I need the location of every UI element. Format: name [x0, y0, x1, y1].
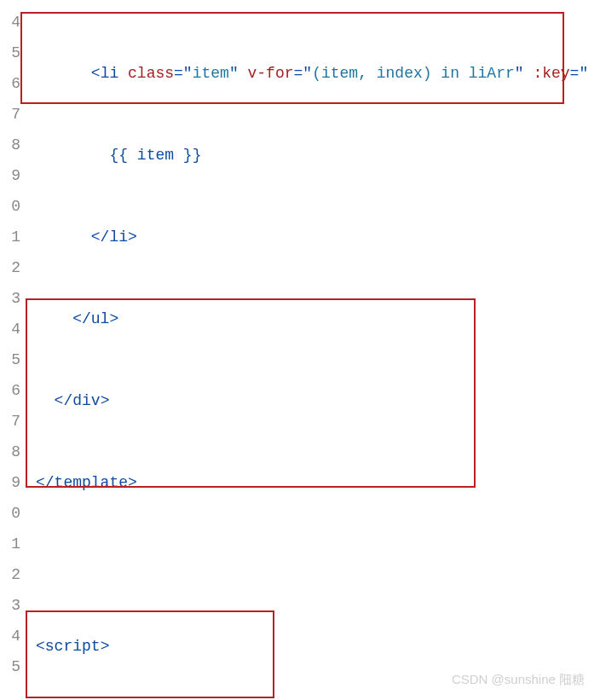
code-line — [36, 549, 600, 580]
line-number: 0 — [0, 498, 20, 529]
code-line: </li> — [36, 222, 600, 252]
line-number: 3 — [0, 283, 20, 314]
line-number: 4 — [0, 7, 20, 38]
code-line: {{ item }} — [36, 140, 600, 171]
line-number: 4 — [0, 621, 20, 651]
line-number: 1 — [0, 529, 20, 559]
line-number: 2 — [0, 252, 20, 283]
line-number: 8 — [0, 437, 20, 467]
line-number: 7 — [0, 99, 20, 130]
line-number: 3 — [0, 590, 20, 621]
line-number: 5 — [0, 38, 20, 68]
line-number: 9 — [0, 467, 20, 498]
code-content[interactable]: <li class="item" v-for="(item, index) in… — [26, 0, 600, 700]
line-number-gutter: 4 5 6 7 8 9 0 1 2 3 4 5 6 7 8 9 0 1 2 3 … — [0, 0, 26, 700]
line-number: 7 — [0, 406, 20, 437]
code-line: </template> — [36, 467, 600, 498]
line-number: 1 — [0, 222, 20, 252]
line-number: 8 — [0, 130, 20, 160]
code-line: </div> — [36, 385, 600, 416]
line-number: 0 — [0, 191, 20, 222]
line-number: 5 — [0, 344, 20, 375]
code-line: <li class="item" v-for="(item, index) in… — [36, 58, 600, 89]
line-number: 6 — [0, 68, 20, 99]
code-line: <script> — [36, 631, 600, 662]
code-editor: 4 5 6 7 8 9 0 1 2 3 4 5 6 7 8 9 0 1 2 3 … — [0, 0, 600, 700]
line-number: 6 — [0, 375, 20, 406]
line-number: 5 — [0, 651, 20, 682]
code-line: </ul> — [36, 304, 600, 334]
line-number: 2 — [0, 559, 20, 590]
line-number: 9 — [0, 160, 20, 191]
line-number: 4 — [0, 314, 20, 344]
